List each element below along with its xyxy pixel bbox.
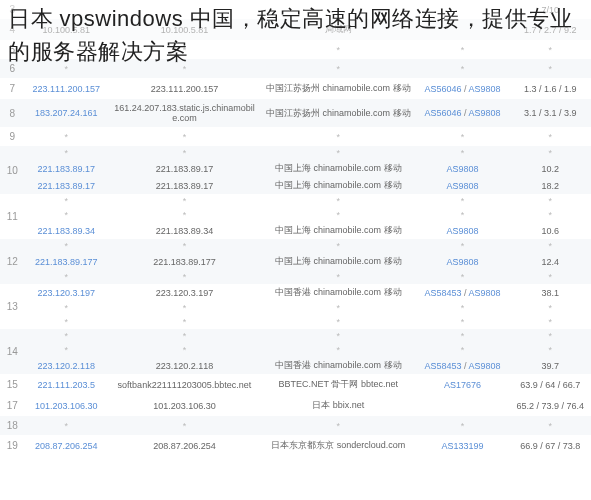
host-cell: 223.111.200.157 bbox=[108, 78, 261, 99]
asn-cell: AS133199 bbox=[416, 435, 510, 456]
ip-cell: 208.87.206.254 bbox=[24, 435, 108, 456]
table-row: 15 221.111.203.5 softbank221111203005.bb… bbox=[0, 374, 591, 395]
ip-link[interactable]: 221.183.89.34 bbox=[37, 226, 95, 236]
page-title: 日本 vpswindows 中国，稳定高速的网络连接，提供专业的服务器解决方案 bbox=[8, 2, 583, 68]
host-cell: 221.183.89.177 bbox=[108, 253, 261, 270]
ip-cell: 223.111.200.157 bbox=[24, 78, 108, 99]
ip-cell: 183.207.24.161 bbox=[24, 99, 108, 127]
asn-cell: AS9808 bbox=[416, 177, 510, 194]
location-cell: 中国江苏扬州 chinamobile.com 移动 bbox=[261, 99, 416, 127]
asn-link[interactable]: AS56046 bbox=[425, 84, 462, 94]
ip-link[interactable]: 223.111.200.157 bbox=[32, 84, 100, 94]
ip-link[interactable]: 221.183.89.17 bbox=[37, 164, 95, 174]
ip-cell: 221.183.89.34 bbox=[24, 222, 108, 239]
asn-link[interactable]: AS9808 bbox=[469, 108, 501, 118]
ip-cell: 101.203.106.30 bbox=[24, 395, 108, 416]
ip-cell: 223.120.2.118 bbox=[24, 357, 108, 374]
host-cell: 221.183.89.34 bbox=[108, 222, 261, 239]
ip-cell: 221.183.89.17 bbox=[24, 177, 108, 194]
ip-link[interactable]: 221.111.203.5 bbox=[37, 380, 95, 390]
ip-cell: 221.183.89.17 bbox=[24, 160, 108, 177]
hop-number: 15 bbox=[0, 374, 24, 395]
latency: 12.4 bbox=[509, 253, 591, 270]
asn-link[interactable]: AS133199 bbox=[442, 441, 484, 451]
asn-link[interactable]: AS17676 bbox=[444, 380, 481, 390]
table-subrow: 223.120.2.118 223.120.2.118 中国香港 chinamo… bbox=[0, 357, 591, 374]
ip-link[interactable]: 221.183.89.17 bbox=[37, 181, 95, 191]
location-cell: 中国江苏扬州 chinamobile.com 移动 bbox=[261, 78, 416, 99]
latency: 39.7 bbox=[509, 357, 591, 374]
ip-link[interactable]: 183.207.24.161 bbox=[35, 108, 98, 118]
asn-link[interactable]: AS9808 bbox=[469, 288, 501, 298]
latency: 1.3 / 1.6 / 1.9 bbox=[509, 78, 591, 99]
table-row: 11 ***** bbox=[0, 194, 591, 208]
table-row: 9 ***** bbox=[0, 127, 591, 146]
host-cell: softbank221111203005.bbtec.net bbox=[108, 374, 261, 395]
ip-cell: 223.120.3.197 bbox=[24, 284, 108, 301]
hop-number: 9 bbox=[0, 127, 24, 146]
asn-link[interactable]: AS9808 bbox=[447, 181, 479, 191]
traceroute-table: 3 7/10 4 10.100.5.81 10.100.5.81 局域网 1.7… bbox=[0, 0, 591, 456]
host-cell: 161.24.207.183.static.js.chinamobile.com bbox=[108, 99, 261, 127]
table-row: 12 ***** bbox=[0, 239, 591, 253]
table-row: 7 223.111.200.157 223.111.200.157 中国江苏扬州… bbox=[0, 78, 591, 99]
table-row: 10 ***** bbox=[0, 146, 591, 160]
table-subrow: ***** bbox=[0, 343, 591, 357]
asn-link[interactable]: AS58453 bbox=[425, 361, 462, 371]
table-subrow: 221.183.89.17 221.183.89.17 中国上海 chinamo… bbox=[0, 160, 591, 177]
asn-cell: AS9808 bbox=[416, 253, 510, 270]
table-row: 18 ***** bbox=[0, 416, 591, 435]
ip-link[interactable]: 223.120.3.197 bbox=[37, 288, 95, 298]
location-cell: 日本东京都东京 sondercloud.com bbox=[261, 435, 416, 456]
traceroute-table-container: 3 7/10 4 10.100.5.81 10.100.5.81 局域网 1.7… bbox=[0, 0, 591, 456]
latency: 66.9 / 67 / 73.8 bbox=[509, 435, 591, 456]
host-cell: 221.183.89.17 bbox=[108, 160, 261, 177]
table-subrow: ***** bbox=[0, 208, 591, 222]
table-subrow: ***** bbox=[0, 301, 591, 315]
ip-link[interactable]: 101.203.106.30 bbox=[35, 401, 98, 411]
latency: 38.1 bbox=[509, 284, 591, 301]
location-cell: 中国上海 chinamobile.com 移动 bbox=[261, 177, 416, 194]
asn-link[interactable]: AS9808 bbox=[447, 257, 479, 267]
host-cell: 223.120.3.197 bbox=[108, 284, 261, 301]
location-cell: 中国香港 chinamobile.com 移动 bbox=[261, 357, 416, 374]
host-cell: 208.87.206.254 bbox=[108, 435, 261, 456]
hop-number: 14 bbox=[0, 329, 24, 374]
hop-number: 10 bbox=[0, 146, 24, 194]
ip-link[interactable]: 223.120.2.118 bbox=[37, 361, 95, 371]
latency: 63.9 / 64 / 66.7 bbox=[509, 374, 591, 395]
hop-number: 13 bbox=[0, 284, 24, 329]
latency: 10.2 bbox=[509, 160, 591, 177]
asn-cell: AS17676 bbox=[416, 374, 510, 395]
asn-cell: AS56046 / AS9808 bbox=[416, 99, 510, 127]
latency: 65.2 / 73.9 / 76.4 bbox=[509, 395, 591, 416]
latency: 3.1 / 3.1 / 3.9 bbox=[509, 99, 591, 127]
location-cell: 中国上海 chinamobile.com 移动 bbox=[261, 253, 416, 270]
asn-link[interactable]: AS9808 bbox=[469, 84, 501, 94]
table-subrow: 221.183.89.17 221.183.89.17 中国上海 chinamo… bbox=[0, 177, 591, 194]
asn-link[interactable]: AS58453 bbox=[425, 288, 462, 298]
hop-number: 18 bbox=[0, 416, 24, 435]
hop-number: 8 bbox=[0, 99, 24, 127]
hop-number: 11 bbox=[0, 194, 24, 239]
asn-cell: AS58453 / AS9808 bbox=[416, 357, 510, 374]
table-row: 8 183.207.24.161 161.24.207.183.static.j… bbox=[0, 99, 591, 127]
table-row: 17 101.203.106.30 101.203.106.30 日本 bbix… bbox=[0, 395, 591, 416]
ip-link[interactable]: 208.87.206.254 bbox=[35, 441, 98, 451]
location-cell: 中国上海 chinamobile.com 移动 bbox=[261, 160, 416, 177]
hop-number: 7 bbox=[0, 78, 24, 99]
asn-link[interactable]: AS56046 bbox=[425, 108, 462, 118]
location-cell: 中国上海 chinamobile.com 移动 bbox=[261, 222, 416, 239]
ip-link[interactable]: 221.183.89.177 bbox=[35, 257, 98, 267]
latency: 18.2 bbox=[509, 177, 591, 194]
asn-link[interactable]: AS9808 bbox=[447, 226, 479, 236]
table-row: 13 223.120.3.197 223.120.3.197 中国香港 chin… bbox=[0, 284, 591, 301]
asn-link[interactable]: AS9808 bbox=[447, 164, 479, 174]
ip-cell: 221.183.89.177 bbox=[24, 253, 108, 270]
asn-link[interactable]: AS9808 bbox=[469, 361, 501, 371]
host-cell: 101.203.106.30 bbox=[108, 395, 261, 416]
table-row: 14 ***** bbox=[0, 329, 591, 343]
hop-number: 12 bbox=[0, 239, 24, 284]
asn-cell: AS9808 bbox=[416, 160, 510, 177]
hop-number: 17 bbox=[0, 395, 24, 416]
